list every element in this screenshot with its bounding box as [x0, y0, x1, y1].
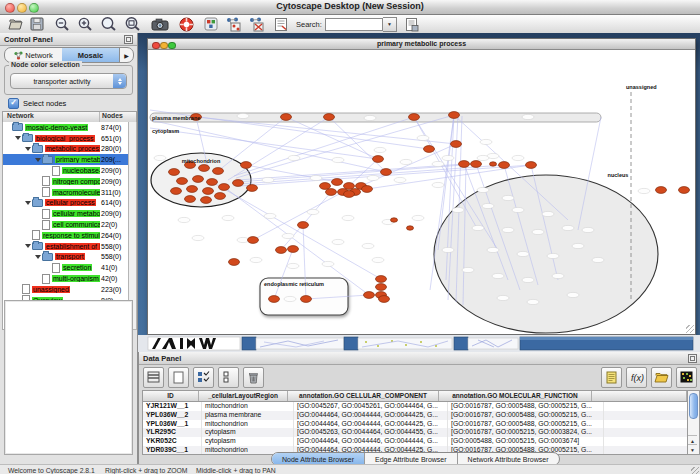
search-dropdown-button[interactable]: ▼	[383, 17, 397, 32]
column-header-id[interactable]: ID	[143, 391, 199, 401]
matrix-view-icon[interactable]	[676, 367, 697, 388]
notes-icon[interactable]	[601, 367, 622, 388]
search-options-icon[interactable]	[405, 16, 419, 32]
snapshot-icon[interactable]	[151, 16, 169, 32]
destroy-view-icon[interactable]	[248, 16, 264, 32]
graph-node[interactable]	[332, 179, 343, 186]
table-row[interactable]: YPL036W__1mitochondrion[GO:0044464, GO:0…	[143, 420, 687, 429]
graph-node[interactable]	[526, 162, 537, 169]
tree-col-nodes[interactable]: Nodes	[100, 112, 136, 122]
tree-item-cell-communicat[interactable]: cell communicat22(0)	[3, 219, 129, 230]
tree-item-response-to-stimulu[interactable]: response to stimulu264(0)	[3, 230, 129, 241]
graph-node[interactable]	[213, 168, 224, 175]
graph-node[interactable]	[490, 162, 497, 166]
tree-col-network[interactable]: Network	[3, 112, 100, 122]
tab-scroll-right-icon[interactable]: ▶	[119, 48, 133, 62]
graph-edge[interactable]	[246, 165, 337, 182]
background-window-button[interactable]	[344, 337, 358, 350]
tree-item-primary-metabol[interactable]: primary metabol209(...	[3, 154, 129, 165]
unselect-attributes-icon[interactable]	[218, 367, 239, 388]
graph-node[interactable]	[247, 185, 258, 192]
create-view-icon[interactable]	[225, 16, 241, 32]
tree-item-metabolic-process[interactable]: metabolic process280(0)	[3, 144, 129, 155]
table-row[interactable]: YJR121W__1mitochondrion[GO:0045267, GO:0…	[143, 402, 687, 411]
graph-node[interactable]	[362, 186, 373, 193]
tree-item-nucleobase-co[interactable]: nucleobase-co209(0)	[3, 165, 129, 176]
search-input[interactable]	[325, 18, 383, 31]
graph-node[interactable]	[376, 276, 387, 283]
expander-icon[interactable]	[25, 147, 32, 151]
graph-node[interactable]	[241, 162, 252, 169]
graph-node[interactable]	[185, 196, 196, 203]
tree-item-secretion[interactable]: secretion41(0)	[3, 262, 129, 273]
graph-node[interactable]	[199, 165, 210, 172]
graph-node[interactable]	[276, 247, 287, 254]
graph-node[interactable]	[344, 183, 355, 190]
tree-item-multi-organism-pro[interactable]: multi-organism pro42(0)	[3, 273, 129, 284]
background-window-button[interactable]	[454, 337, 468, 350]
expander-icon[interactable]	[25, 201, 32, 205]
graph-node[interactable]	[203, 188, 214, 195]
table-scrollbar[interactable]: ▲ ▼	[687, 390, 700, 455]
graph-node[interactable]	[281, 114, 292, 121]
graph-node[interactable]	[269, 296, 280, 303]
graph-node[interactable]	[379, 296, 390, 303]
tab-network[interactable]: Network	[5, 48, 62, 62]
graph-node[interactable]	[364, 292, 375, 299]
help-icon[interactable]	[179, 16, 194, 32]
attribute-table-mode-icon[interactable]	[143, 367, 164, 388]
manage-panels-icon[interactable]	[204, 16, 218, 32]
graph-node[interactable]	[407, 226, 414, 230]
tree-item-macromolecule[interactable]: macromolecule311(0)	[3, 187, 129, 198]
expander-icon[interactable]	[35, 255, 42, 259]
graph-node[interactable]	[215, 193, 226, 200]
save-session-icon[interactable]	[30, 16, 44, 32]
annotations-icon[interactable]	[274, 16, 288, 32]
graph-node[interactable]	[233, 180, 244, 187]
tree-scrollbar[interactable]	[128, 122, 137, 330]
tree-item-cellular-metabo[interactable]: cellular metabo209(0)	[3, 208, 129, 219]
graph-node[interactable]	[409, 114, 420, 121]
node-color-dropdown[interactable]: transporter activity	[10, 73, 127, 89]
table-row[interactable]: YKR052Ccytoplasm[GO:0044464, GO:0044446,…	[143, 437, 687, 446]
import-attributes-icon[interactable]	[651, 367, 672, 388]
graph-node[interactable]	[656, 187, 667, 194]
graph-node[interactable]	[219, 184, 230, 191]
graph-node[interactable]	[201, 197, 212, 204]
window-resize-grip[interactable]	[686, 325, 694, 333]
tree-item-transport[interactable]: transport558(0)	[3, 252, 129, 263]
network-canvas[interactable]: plasma membrane cytoplasm mitochondrion …	[148, 50, 695, 334]
graph-node[interactable]	[320, 183, 331, 190]
graph-node[interactable]	[471, 161, 482, 168]
graph-node[interactable]	[373, 156, 384, 163]
graph-node[interactable]	[326, 189, 337, 196]
scroll-down-icon[interactable]: ▼	[688, 444, 697, 454]
select-nodes-checkbox[interactable]: ✓	[8, 98, 19, 109]
tree-item-establishment-of-lo[interactable]: establishment of lo558(0)	[3, 241, 129, 252]
column-header-cellularlayoutregion[interactable]: _cellularLayoutRegion	[199, 391, 288, 401]
graph-node[interactable]	[424, 146, 435, 153]
graph-node[interactable]	[177, 178, 188, 185]
graph-node[interactable]	[459, 161, 470, 168]
tree-item-mosaic-demo-yeast[interactable]: mosaic-demo-yeast874(0)	[3, 122, 129, 133]
table-row[interactable]: YPL036W__2plasma membrane[GO:0044464, GO…	[143, 411, 687, 420]
graph-node[interactable]	[207, 179, 218, 186]
graph-node[interactable]	[381, 169, 392, 176]
open-session-icon[interactable]	[8, 16, 24, 32]
function-builder-icon[interactable]: f(x)	[626, 367, 647, 388]
graph-node[interactable]	[169, 169, 180, 176]
expander-icon[interactable]	[25, 244, 32, 248]
column-header-annotation-go-molecular-function[interactable]: annotation.GO MOLECULAR_FUNCTION	[439, 391, 592, 401]
new-attribute-icon[interactable]	[168, 367, 189, 388]
network-window-titlebar[interactable]: primary metabolic process	[148, 39, 695, 50]
tree-item-biological-process[interactable]: biological_process651(0)	[3, 133, 129, 144]
delete-attribute-icon[interactable]	[243, 367, 264, 388]
zoom-out-icon[interactable]	[54, 16, 70, 32]
graph-edge[interactable]	[349, 159, 378, 186]
graph-node[interactable]	[298, 222, 309, 229]
tree-item-cellular-process[interactable]: cellular process614(0)	[3, 198, 129, 209]
zoom-actual-icon[interactable]	[100, 16, 117, 32]
float-panel-icon[interactable]	[124, 35, 133, 44]
app-resize-grip[interactable]	[691, 467, 699, 474]
graph-node[interactable]	[193, 176, 204, 183]
